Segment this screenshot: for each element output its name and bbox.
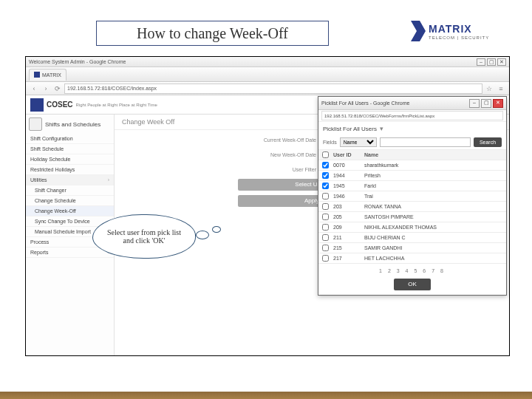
callout-text: Select user from pick list and click 'OK…: [92, 214, 196, 259]
table-row[interactable]: 203RONAK TANNA: [318, 202, 506, 212]
main-title-text: Welcome System Admin - Google Chrome: [29, 59, 126, 64]
cell-userid: 1946: [332, 194, 363, 199]
main-tab-label: MATRIX: [42, 72, 61, 78]
ok-button[interactable]: OK: [394, 279, 431, 290]
cell-name: NIKHIL ALEXANDER THOMAS: [363, 225, 506, 230]
dropdown-icon[interactable]: ▾: [380, 125, 383, 132]
callout-bubble: [196, 231, 209, 239]
popup-url-input[interactable]: 192.168.51.72:818/COSEC/WebForms/frmPick…: [321, 111, 503, 120]
cell-name: SANTOSH PIMPARE: [363, 214, 506, 219]
cell-userid: 209: [332, 225, 363, 230]
back-icon[interactable]: ‹: [29, 83, 39, 94]
filter-field-select[interactable]: Name: [340, 137, 377, 147]
popup-address-row: 192.168.51.72:818/COSEC/WebForms/frmPick…: [318, 110, 506, 122]
cell-name: RONAK TANNA: [363, 204, 506, 209]
table-row[interactable]: 205SANTOSH PIMPARE: [318, 212, 506, 222]
matrix-logo-icon: [411, 21, 426, 41]
footer-bar: [0, 392, 532, 399]
close-button[interactable]: ✕: [497, 58, 506, 66]
popup-close-button[interactable]: ✕: [493, 99, 503, 108]
sidebar-title: Shifts and Schedules: [45, 121, 100, 128]
row-checkbox[interactable]: [322, 203, 329, 210]
table-row[interactable]: 1945Farid: [318, 181, 506, 191]
main-url-input[interactable]: 192.168.51.72:818/COSEC/Index.aspx: [64, 83, 482, 94]
cell-name: HET LACHCHHA: [363, 256, 506, 261]
sidebar-item-shift-schedule[interactable]: Shift Schedule: [26, 144, 114, 154]
row-checkbox[interactable]: [322, 224, 329, 231]
cell-userid: 203: [332, 204, 363, 209]
row-checkbox[interactable]: [322, 162, 329, 168]
cell-name: sharathkumark: [363, 163, 506, 168]
row-checkbox[interactable]: [322, 214, 329, 220]
row-checkbox[interactable]: [322, 193, 329, 200]
row-checkbox[interactable]: [322, 255, 329, 262]
main-tab-row: MATRIX: [26, 67, 509, 82]
cell-userid: 1944: [332, 173, 363, 178]
main-tab[interactable]: MATRIX: [29, 69, 66, 81]
sidebar-item-change-schedule[interactable]: Change Schedule: [26, 196, 114, 206]
row-checkbox[interactable]: [322, 234, 329, 241]
table-row[interactable]: 215SAMIR GANDHI: [318, 243, 506, 253]
table-row[interactable]: 0070sharathkumark: [318, 160, 506, 171]
sidebar-item-restricted[interactable]: Restricted Holidays: [26, 165, 114, 175]
cell-name: Trai: [363, 194, 506, 199]
filter-label: Fields: [323, 140, 337, 145]
logo: MATRIX TELECOM | SECURITY: [411, 16, 505, 46]
forward-icon[interactable]: ›: [41, 83, 51, 94]
label-current-date: Current Week-Off Date: [220, 137, 316, 143]
sidebar-header: Shifts and Schedules: [26, 115, 114, 134]
main-address-row: ‹ › ⟳ 192.168.51.72:818/COSEC/Index.aspx…: [26, 82, 509, 95]
select-all-checkbox[interactable]: [322, 151, 329, 158]
menu-icon[interactable]: ≡: [496, 83, 506, 94]
main-titlebar: Welcome System Admin - Google Chrome – ▢…: [26, 57, 509, 67]
popup-heading-text: Picklist For All Users: [323, 126, 377, 132]
maximize-button[interactable]: ▢: [487, 58, 496, 66]
user-table: User ID Name 0070sharathkumark1944Prites…: [318, 150, 506, 265]
row-checkbox[interactable]: [322, 245, 329, 251]
table-row[interactable]: 209NIKHIL ALEXANDER THOMAS: [318, 222, 506, 233]
cell-name: Pritesh: [363, 173, 506, 178]
cosec-tagline: Right People at Right Place at Right Tim…: [76, 103, 157, 107]
col-userid: User ID: [332, 152, 363, 157]
table-row[interactable]: 1946Trai: [318, 191, 506, 202]
minimize-button[interactable]: –: [477, 58, 485, 66]
cell-userid: 0070: [332, 163, 363, 168]
callout-bubble: [212, 226, 221, 233]
table-row[interactable]: 211BIJU CHERIAN C: [318, 233, 506, 243]
logo-subtext: TELECOM | SECURITY: [429, 35, 489, 40]
row-checkbox[interactable]: [322, 172, 329, 179]
favicon-icon: [34, 72, 40, 78]
filter-text-input[interactable]: [380, 137, 471, 147]
sidebar-item-shift-changer[interactable]: Shift Changer: [26, 185, 114, 196]
bookmark-icon[interactable]: ☆: [484, 83, 494, 94]
logo-text: MATRIX: [429, 23, 489, 35]
table-header: User ID Name: [318, 150, 506, 160]
popup-maximize-button[interactable]: ▢: [481, 99, 491, 108]
page-title: How to change Week-Off: [96, 21, 329, 46]
popup-titlebar: Picklist For All Users - Google Chrome –…: [318, 97, 506, 110]
cell-userid: 211: [332, 235, 363, 240]
shifts-icon: [29, 117, 42, 131]
row-checkbox[interactable]: [322, 183, 329, 189]
popup-window-buttons: – ▢ ✕: [469, 99, 503, 108]
callout: Select user from pick list and click 'OK…: [92, 207, 233, 266]
cell-userid: 215: [332, 245, 363, 250]
reload-icon[interactable]: ⟳: [52, 83, 63, 94]
cell-userid: 205: [332, 214, 363, 219]
cosec-logo-icon: [30, 98, 44, 112]
popup-filter-row: Fields Name Search: [318, 135, 506, 150]
search-button[interactable]: Search: [474, 137, 502, 147]
sidebar-item-shift-config[interactable]: Shift Configuration: [26, 134, 114, 144]
cell-name: BIJU CHERIAN C: [363, 235, 506, 240]
table-row[interactable]: 217HET LACHCHHA: [318, 253, 506, 264]
picklist-popup: Picklist For All Users - Google Chrome –…: [318, 96, 507, 296]
sidebar-group-utilities[interactable]: Utilities: [26, 175, 114, 185]
popup-minimize-button[interactable]: –: [469, 99, 480, 108]
popup-title-text: Picklist For All Users - Google Chrome: [321, 100, 409, 106]
pagination[interactable]: 1 2 3 4 5 6 7 8: [318, 265, 506, 276]
table-row[interactable]: 1944Pritesh: [318, 171, 506, 181]
cosec-brand: COSEC: [47, 100, 73, 109]
col-name: Name: [363, 152, 506, 157]
label-new-date: New Week-Off Date: [220, 152, 316, 157]
sidebar-item-holiday[interactable]: Holiday Schedule: [26, 154, 114, 165]
